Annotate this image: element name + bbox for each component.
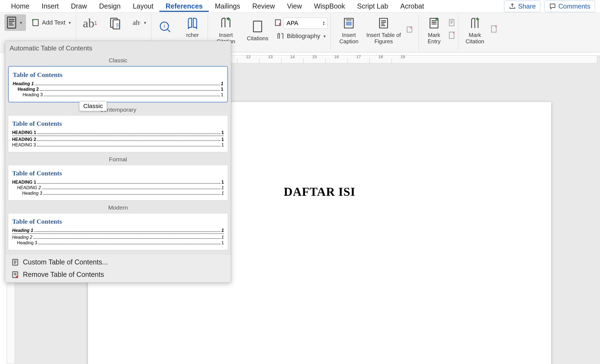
- group-index: Mark Entry: [419, 14, 458, 50]
- svg-text:[i]: [i]: [116, 22, 120, 27]
- toc-dropdown-panel: Automatic Table of Contents ClassicTable…: [5, 41, 231, 283]
- citation-style-value: APA: [286, 20, 298, 27]
- mark-entry-button[interactable]: Mark Entry: [422, 14, 446, 45]
- chevron-down-icon: ▾: [69, 20, 71, 25]
- toc-styles-list[interactable]: ClassicTable of ContentsHeading 11Headin…: [5, 55, 231, 254]
- mark-citation-button[interactable]: Mark Citation: [461, 14, 489, 45]
- toc-dropdown-button[interactable]: ▾: [4, 14, 26, 31]
- custom-toc-label: Custom Table of Contents...: [23, 258, 108, 266]
- insert-citation-button[interactable]: Insert Citation: [211, 14, 241, 45]
- ruler-mark: 13: [259, 59, 281, 63]
- custom-toc-button[interactable]: Custom Table of Contents...: [5, 256, 231, 268]
- citations-label: Citations: [247, 35, 268, 42]
- citation-style-select[interactable]: APA ▴▾: [283, 18, 328, 29]
- ribbon-tabs: Home Insert Draw Design Layout Reference…: [0, 0, 600, 13]
- toc-preview-line: Heading 11: [12, 228, 224, 234]
- svg-rect-12: [380, 18, 388, 28]
- add-text-label: Add Text: [42, 19, 65, 26]
- ruler-mark: 18: [369, 59, 392, 63]
- tab-references[interactable]: References: [159, 1, 209, 12]
- toc-preview-title: Table of Contents: [12, 120, 224, 127]
- toc-style-classic[interactable]: Table of ContentsHeading 11Heading 21Hea…: [8, 66, 228, 103]
- ruler-mark: 14: [281, 59, 303, 63]
- bibliography-button[interactable]: Bibliography ▾: [274, 31, 328, 41]
- insert-index-icon[interactable]: [448, 18, 455, 28]
- toc-preview-line: HEADING 31: [12, 143, 224, 148]
- remove-toc-label: Remove Table of Contents: [23, 271, 104, 279]
- toc-dropdown-header: Automatic Table of Contents: [5, 41, 231, 55]
- style-icon: [274, 19, 282, 28]
- citations-button[interactable]: Citations: [244, 18, 271, 42]
- svg-rect-1: [33, 20, 38, 26]
- add-text-button[interactable]: Add Text ▾: [29, 17, 73, 28]
- insert-caption-label: Insert Caption: [334, 32, 364, 45]
- toc-preview-line: HEADING 11: [12, 130, 224, 136]
- ruler-mark: 15: [303, 59, 325, 63]
- toc-style-name: Formal: [8, 154, 228, 165]
- insert-toa-icon[interactable]: [490, 29, 497, 34]
- tab-wispbook[interactable]: WispBook: [308, 1, 351, 12]
- toc-preview-line: HEADING 21: [12, 137, 224, 142]
- insert-tof-label: Insert Table of Figures: [366, 32, 401, 45]
- mark-citation-label: Mark Citation: [461, 32, 489, 45]
- toc-style-tooltip: Classic: [79, 101, 107, 111]
- tab-view[interactable]: View: [281, 1, 308, 12]
- svg-rect-15: [449, 19, 454, 26]
- update-table-button[interactable]: [403, 24, 416, 35]
- toc-style-contemporary[interactable]: Table of ContentsHEADING 11HEADING 21HEA…: [8, 115, 228, 152]
- svg-rect-11: [346, 22, 352, 26]
- tab-home[interactable]: Home: [5, 1, 36, 12]
- toc-preview-title: Table of Contents: [13, 71, 223, 79]
- tab-insert[interactable]: Insert: [36, 1, 65, 12]
- toc-preview-line: Heading 31: [12, 191, 224, 196]
- group-captions: Insert Caption Insert Table of Figures: [331, 14, 419, 50]
- toc-preview-line: HEADING 21: [12, 185, 224, 190]
- toc-preview-line: HEADING 11: [12, 180, 224, 185]
- ruler-mark: 17: [347, 59, 369, 63]
- insert-endnote-button[interactable]: [i]: [106, 14, 125, 31]
- toc-style-name: Classic: [8, 55, 228, 66]
- toc-preview-line: Heading 11: [13, 81, 223, 86]
- tab-review[interactable]: Review: [246, 1, 281, 12]
- update-index-icon[interactable]: [448, 31, 455, 41]
- tab-layout[interactable]: Layout: [127, 1, 159, 12]
- svg-rect-8: [253, 21, 262, 32]
- group-toa: Mark Citation: [458, 14, 500, 50]
- toc-style-formal[interactable]: Table of ContentsHEADING 11HEADING 21Hea…: [8, 165, 228, 200]
- toc-style-name: Modern: [8, 202, 228, 213]
- tab-scriptlab[interactable]: Script Lab: [351, 1, 394, 12]
- toc-style-name: Contemporary: [8, 104, 228, 115]
- share-button[interactable]: Share: [504, 1, 540, 12]
- smart-lookup-button[interactable]: i: [154, 18, 176, 35]
- mark-entry-label: Mark Entry: [422, 32, 446, 45]
- tab-mailings[interactable]: Mailings: [209, 1, 246, 12]
- toc-preview-line: Heading 31: [12, 240, 224, 245]
- toc-preview-line: Heading 21: [13, 87, 223, 92]
- svg-text:i: i: [164, 23, 165, 29]
- tab-acrobat[interactable]: Acrobat: [394, 1, 430, 12]
- ruler-mark: 12: [237, 59, 259, 63]
- toc-style-modern[interactable]: Table of ContentsHeading 11Heading 21Hea…: [8, 213, 228, 250]
- next-footnote-button[interactable]: ah!▾: [130, 17, 148, 28]
- svg-point-2: [32, 19, 34, 21]
- toc-preview-title: Table of Contents: [12, 218, 224, 225]
- comments-button[interactable]: Comments: [544, 1, 595, 12]
- comments-label: Comments: [558, 2, 590, 10]
- tab-design[interactable]: Design: [93, 1, 127, 12]
- share-label: Share: [518, 2, 536, 10]
- remove-toc-button[interactable]: Remove Table of Contents: [5, 268, 231, 281]
- tab-draw[interactable]: Draw: [65, 1, 93, 12]
- researcher-label: rcher: [186, 32, 199, 38]
- chevron-down-icon: ▾: [20, 20, 22, 25]
- bibliography-label: Bibliography: [287, 33, 320, 40]
- ruler-mark: 16: [325, 59, 347, 63]
- insert-footnote-button[interactable]: ab1: [79, 14, 101, 31]
- insert-tof-button[interactable]: Insert Table of Figures: [366, 14, 401, 45]
- toc-preview-line: Heading 21: [12, 235, 224, 240]
- toc-preview-line: Heading 31: [13, 92, 223, 97]
- ruler-mark: 19: [392, 59, 414, 63]
- toc-preview-title: Table of Contents: [12, 170, 224, 177]
- researcher-button[interactable]: rcher: [180, 14, 205, 38]
- insert-caption-button[interactable]: Insert Caption: [334, 14, 364, 45]
